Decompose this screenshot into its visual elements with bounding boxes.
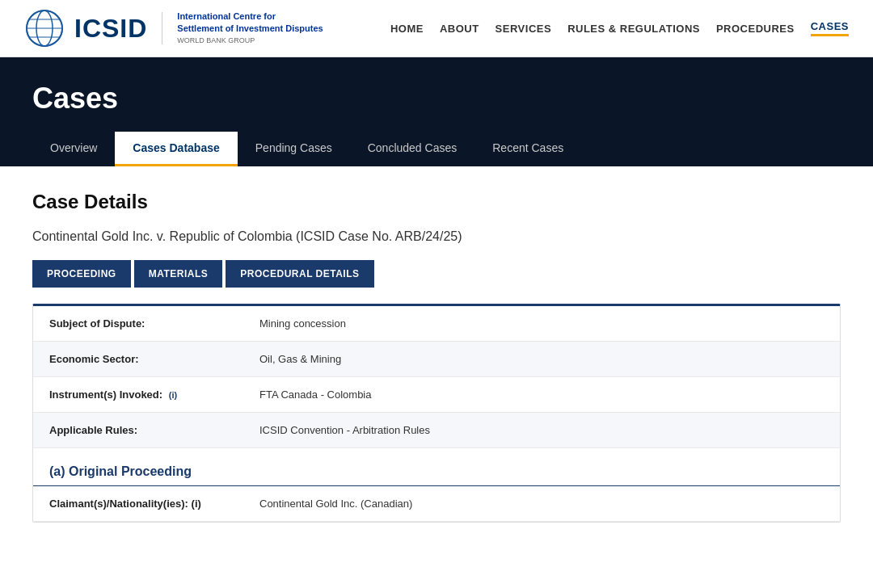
subnav-cases-database[interactable]: Cases Database bbox=[115, 132, 237, 166]
label-applicable-rules: Applicable Rules: bbox=[49, 424, 259, 436]
table-row: Economic Sector: Oil, Gas & Mining bbox=[33, 342, 840, 377]
nav-cases[interactable]: CASES bbox=[811, 20, 849, 36]
subnav: Overview Cases Database Pending Cases Co… bbox=[32, 132, 841, 166]
table-row: Applicable Rules: ICSID Convention - Arb… bbox=[33, 413, 840, 448]
value-economic-sector: Oil, Gas & Mining bbox=[259, 353, 824, 365]
site-header: ICSID International Centre for Settlemen… bbox=[0, 0, 873, 57]
label-instruments: Instrument(s) Invoked: (i) bbox=[49, 388, 259, 401]
logo-divider bbox=[162, 12, 162, 44]
nav-procedures[interactable]: PROCEDURES bbox=[716, 23, 795, 35]
main-nav: HOME ABOUT SERVICES RULES & REGULATIONS … bbox=[390, 20, 849, 36]
subnav-concluded-cases[interactable]: Concluded Cases bbox=[350, 132, 475, 166]
logo-icsid-text: ICSID bbox=[74, 14, 147, 44]
tab-procedural-details[interactable]: PROCEDURAL DETAILS bbox=[226, 260, 373, 288]
nav-services[interactable]: SERVICES bbox=[496, 23, 552, 35]
subnav-overview[interactable]: Overview bbox=[32, 132, 115, 166]
label-economic-sector: Economic Sector: bbox=[49, 353, 259, 365]
tab-materials[interactable]: MATERIALS bbox=[134, 260, 223, 288]
section-a-heading: (a) Original Proceeding bbox=[33, 452, 840, 486]
tab-proceeding[interactable]: PROCEEDING bbox=[32, 260, 131, 288]
page-title: Case Details bbox=[32, 191, 841, 213]
table-row: Claimant(s)/Nationality(ies): (i) Contin… bbox=[33, 486, 840, 522]
label-subject: Subject of Dispute: bbox=[49, 317, 259, 330]
detail-card: Subject of Dispute: Mining concession Ec… bbox=[32, 304, 841, 523]
label-claimant: Claimant(s)/Nationality(ies): (i) bbox=[49, 498, 259, 510]
value-applicable-rules: ICSID Convention - Arbitration Rules bbox=[259, 424, 824, 436]
subnav-recent-cases[interactable]: Recent Cases bbox=[474, 132, 581, 166]
subnav-pending-cases[interactable]: Pending Cases bbox=[238, 132, 350, 166]
globe-icon bbox=[24, 8, 65, 48]
nav-home[interactable]: HOME bbox=[390, 23, 424, 35]
case-name: Continental Gold Inc. v. Republic of Col… bbox=[32, 229, 841, 244]
main-content: Case Details Continental Gold Inc. v. Re… bbox=[0, 166, 873, 547]
hero-title: Cases bbox=[32, 82, 841, 116]
value-claimant: Continental Gold Inc. (Canadian) bbox=[259, 498, 412, 510]
logo-area: ICSID International Centre for Settlemen… bbox=[24, 8, 323, 48]
logo-subtitle: International Centre for Settlement of I… bbox=[177, 10, 323, 45]
value-instruments: FTA Canada - Colombia bbox=[259, 388, 824, 401]
info-icon-claimant[interactable]: (i) bbox=[192, 498, 201, 510]
table-row: Instrument(s) Invoked: (i) FTA Canada - … bbox=[33, 377, 840, 413]
nav-about[interactable]: ABOUT bbox=[440, 23, 479, 35]
tab-buttons: PROCEEDING MATERIALS PROCEDURAL DETAILS bbox=[32, 260, 841, 288]
value-subject: Mining concession bbox=[259, 317, 824, 330]
info-icon-instruments[interactable]: (i) bbox=[169, 390, 177, 400]
hero-section: Cases Overview Cases Database Pending Ca… bbox=[0, 57, 873, 166]
nav-rules[interactable]: RULES & REGULATIONS bbox=[567, 23, 700, 35]
table-row: Subject of Dispute: Mining concession bbox=[33, 306, 840, 342]
